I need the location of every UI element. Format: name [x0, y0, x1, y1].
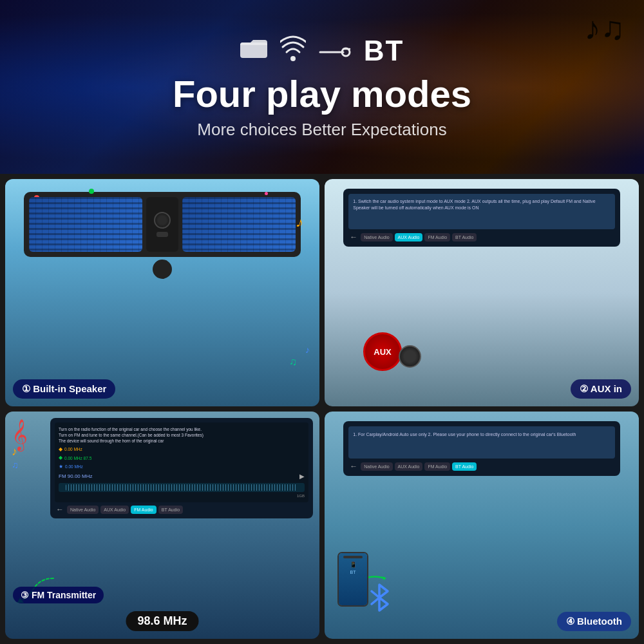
blue-music-note: ♫: [12, 460, 28, 470]
bt-screen-mockup: 1. For Carplay/Android Auto use only 2. …: [343, 421, 620, 476]
panel-2-label: ② AUX in: [571, 379, 631, 399]
camera-bottom: [156, 232, 168, 237]
right-speaker-grille: [182, 197, 296, 252]
panel-built-in-speaker: ♪ ♫ ♪ ① Built-in Speaker: [5, 179, 319, 406]
phone-screen: 📱 BT: [339, 553, 367, 605]
panels-grid: ♪ ♫ ♪ ① Built-in Speaker 1. Switch the c…: [0, 174, 644, 644]
fm-freq-display: FM 90.00 MHz ▶: [59, 472, 305, 481]
aux-screen-mockup: 1. Switch the car audio system input mod…: [343, 189, 620, 247]
panel-3-label-wrapper: ③ FM Transmitter: [13, 587, 104, 603]
play-icon[interactable]: ▶: [299, 472, 305, 481]
phone-content: BT: [350, 570, 356, 574]
header-icons-row: BT: [240, 34, 404, 67]
fm-audio-btn-active[interactable]: FM Audio: [131, 506, 156, 514]
music-note-green: ♫: [289, 356, 297, 368]
bt-aux-audio-btn[interactable]: AUX Audio: [395, 462, 423, 471]
fm-back-arrow[interactable]: ←: [55, 505, 65, 514]
bluetooth-symbol-wrapper: [368, 582, 391, 616]
aux-badge: AUX: [363, 332, 402, 371]
svg-marker-6: [383, 576, 386, 580]
bt-audio-btn-active[interactable]: BT Audio: [452, 462, 477, 471]
phone-app-icon: 📱: [350, 562, 357, 568]
aux-port: [399, 345, 421, 368]
music-symbols-left: 𝄞 ♪ ♫: [12, 421, 28, 470]
bt-label: BT: [364, 35, 404, 67]
fm-audio-buttons-row: ← Native Audio AUX Audio FM Audio BT Aud…: [55, 505, 308, 514]
fm-screen-content: Turn on the radio function of the origin…: [55, 422, 308, 502]
left-speaker-grille: [29, 197, 142, 252]
music-notes-decoration: ♪♫: [585, 10, 625, 47]
svg-point-1: [290, 56, 296, 61]
bt-instruction: 1. For Carplay/Android Auto use only 2. …: [353, 432, 576, 437]
device-stand: [153, 260, 172, 279]
rss-broadcast-icon: [280, 34, 306, 67]
bt-audio-buttons-row: ← Native Audio AUX Audio FM Audio BT Aud…: [348, 462, 614, 471]
sub-title: More choices Better Expectations: [197, 120, 446, 140]
folder-icon: [240, 36, 267, 65]
bt-back-arrow[interactable]: ←: [348, 462, 359, 471]
aux-screen-text: 1. Switch the car audio system input mod…: [348, 194, 614, 229]
aux-instruction-1: 1. Switch the car audio system input mod…: [353, 198, 610, 211]
aux-cable-icon: [319, 37, 351, 64]
bt-screen-text: 1. For Carplay/Android Auto use only 2. …: [348, 426, 614, 459]
freq-line-3: ★0.00 MHz: [59, 463, 305, 470]
bt-audio-btn[interactable]: BT Audio: [452, 233, 477, 242]
page-wrapper: ♪♫: [0, 0, 644, 644]
panel-3-label: ③ FM Transmitter: [13, 587, 104, 603]
confetti-dot: [265, 192, 268, 195]
fm-bt-audio-btn[interactable]: BT Audio: [158, 506, 183, 514]
bt-native-audio-btn[interactable]: Native Audio: [361, 462, 392, 471]
panel-bluetooth: 1. For Carplay/Android Auto use only 2. …: [325, 412, 639, 639]
music-note-blue: ♪: [305, 345, 310, 355]
fm-screen-mockup: Turn on the radio function of the origin…: [50, 418, 313, 518]
freq-lines: ◆0.00 MHz ◆0.00 MHz 87.5 ★0.00 MHz: [59, 446, 305, 470]
phone-mockup: 📱 BT: [337, 552, 368, 607]
fm-1gb-label: 1GB: [59, 493, 305, 498]
freq-line-1: ◆0.00 MHz: [59, 446, 305, 453]
fm-aux-audio-btn[interactable]: AUX Audio: [100, 506, 129, 514]
bt-fm-audio-btn[interactable]: FM Audio: [424, 462, 450, 471]
panel-1-label: ① Built-in Speaker: [13, 379, 115, 399]
native-audio-btn[interactable]: Native Audio: [361, 233, 392, 242]
main-title: Four play modes: [173, 73, 471, 115]
freq-line-2: ◆0.00 MHz 87.5: [59, 454, 305, 461]
mhz-badge: 98.6 MHz: [126, 611, 198, 631]
camera-lens: [154, 212, 171, 229]
fm-native-audio-btn[interactable]: Native Audio: [67, 506, 99, 514]
panel-4-label: ④ Bluetooth: [557, 612, 631, 631]
aux-audio-btn-active[interactable]: AUX Audio: [395, 233, 423, 242]
phone-notch: [343, 556, 363, 558]
confetti-dot: [89, 189, 94, 194]
panel-fm-transmitter: 𝄞 ♪ ♫ Turn on the radio function of the …: [5, 412, 319, 639]
fm-audio-btn[interactable]: FM Audio: [424, 233, 450, 242]
back-arrow-icon[interactable]: ←: [348, 232, 359, 242]
fm-waveform: [59, 483, 305, 492]
fm-instruction: Turn on the radio function of the origin…: [59, 426, 305, 444]
speaker-device: [24, 192, 300, 257]
fm-freq-text: FM 90.00 MHz: [59, 473, 92, 480]
panel-aux-in: 1. Switch the car audio system input mod…: [325, 179, 639, 406]
camera-module: [146, 197, 178, 252]
header-banner: ♪♫: [0, 0, 644, 174]
treble-clef-icon: 𝄞: [12, 421, 28, 448]
aux-audio-buttons-row: ← Native Audio AUX Audio FM Audio BT Aud…: [348, 232, 614, 242]
